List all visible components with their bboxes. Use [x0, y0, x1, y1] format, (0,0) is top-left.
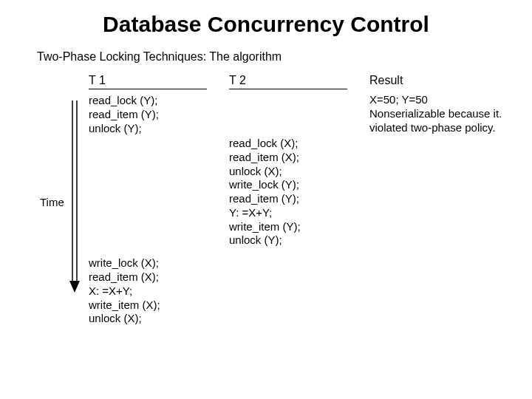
- t2-ops-block1: read_lock (X); read_item (X); unlock (X)…: [229, 137, 347, 248]
- page-title: Database Concurrency Control: [15, 12, 517, 37]
- slide: Database Concurrency Control Two-Phase L…: [0, 0, 532, 399]
- column-result: Result X=50; Y=50 Nonserializable becaus…: [369, 74, 525, 134]
- t1-header: T 1: [89, 74, 207, 89]
- column-t1: T 1 read_lock (Y); read_item (Y); unlock…: [89, 74, 207, 326]
- result-header: Result: [369, 74, 525, 89]
- t1-ops-block2: write_lock (X); read_item (X); X: =X+Y; …: [89, 256, 207, 326]
- result-text: X=50; Y=50 Nonserializable because it. v…: [369, 93, 525, 134]
- subtitle: Two-Phase Locking Techniques: The algori…: [37, 50, 517, 64]
- t1-ops-block1: read_lock (Y); read_item (Y); unlock (Y)…: [89, 94, 207, 135]
- svg-marker-2: [69, 281, 80, 293]
- t2-header: T 2: [229, 74, 347, 89]
- time-arrow-icon: [69, 100, 81, 293]
- time-axis-label: Time: [40, 196, 64, 208]
- column-t2: T 2 read_lock (X); read_item (X); unlock…: [229, 74, 347, 248]
